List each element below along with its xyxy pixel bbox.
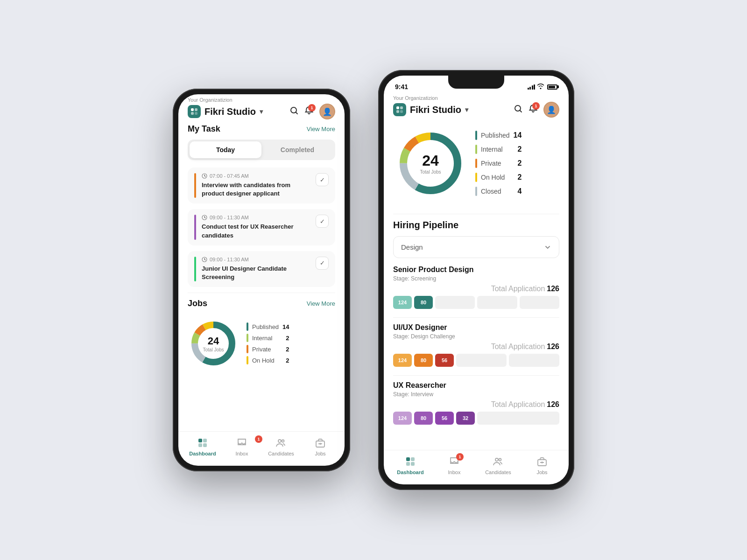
legend-dot-onhold	[247, 356, 248, 364]
stage-empty-3-1	[477, 412, 559, 425]
nav-inbox-label: Inbox	[236, 451, 248, 456]
battery-icon	[547, 84, 557, 90]
right-nav-inbox[interactable]: 1 Inbox	[432, 455, 476, 475]
svg-rect-25	[396, 110, 399, 113]
svg-rect-14	[198, 439, 202, 442]
notch	[448, 76, 504, 89]
task-title-3: Junior UI Designer Candidate Screeening	[202, 265, 310, 281]
inbox-icon: 1	[234, 436, 249, 449]
svg-point-38	[495, 458, 498, 461]
nav-dashboard[interactable]: Dashboard	[183, 436, 222, 456]
stage-chip-1-2: 80	[414, 296, 433, 309]
right-header-actions: 1 👤	[514, 102, 559, 118]
right-phone: 9:41	[378, 70, 574, 490]
legend-internal: Internal 2	[247, 334, 289, 342]
svg-rect-35	[411, 457, 415, 461]
chevron-down-icon: ▾	[260, 108, 263, 115]
right-screen: 9:41	[384, 76, 569, 484]
nav-candidates-label: Candidates	[268, 451, 294, 456]
tab-today[interactable]: Today	[190, 141, 261, 158]
right-nav-inbox-label: Inbox	[448, 469, 461, 475]
task-check-2[interactable]: ✓	[316, 215, 329, 228]
right-dashboard-icon	[403, 455, 418, 468]
svg-rect-16	[198, 443, 202, 447]
pipeline-stages-1: 124 80	[393, 296, 559, 309]
right-search-button[interactable]	[514, 104, 523, 116]
right-scroll-content: 24 Total Jobs Published 14 Internal 2	[384, 122, 569, 450]
dashboard-icon	[195, 436, 210, 449]
svg-point-19	[282, 440, 284, 442]
candidates-icon	[274, 436, 289, 449]
left-scroll-content: My Task View More Today Completed 07:00 …	[178, 124, 345, 431]
tab-completed[interactable]: Completed	[261, 141, 333, 158]
svg-rect-34	[406, 457, 410, 461]
jobs-title: Jobs	[188, 299, 207, 308]
right-chevron-icon: ▾	[465, 106, 468, 113]
right-brand-name: Fikri Studio ▾	[393, 103, 468, 116]
status-time: 9:41	[395, 83, 408, 91]
stage-chip-3-2: 80	[414, 412, 433, 425]
search-button[interactable]	[289, 106, 299, 118]
svg-point-39	[499, 459, 501, 461]
nav-jobs[interactable]: Jobs	[301, 436, 340, 456]
brand-row: Fikri Studio ▾	[188, 104, 335, 119]
task-check-3[interactable]: ✓	[316, 257, 329, 270]
nav-candidates[interactable]: Candidates	[261, 436, 301, 456]
nav-inbox[interactable]: 1 Inbox	[222, 436, 261, 456]
right-candidates-icon	[491, 455, 506, 468]
jobs-donut: 24 Total Jobs	[188, 318, 239, 369]
right-notification-button[interactable]: 1	[529, 104, 538, 116]
right-nav-candidates[interactable]: Candidates	[476, 455, 520, 475]
pipeline-job-1: Senior Product Design Stage: Screening T…	[393, 266, 559, 309]
svg-rect-37	[411, 462, 415, 466]
divider-right-1	[393, 214, 559, 214]
stage-chip-2-3: 56	[435, 354, 454, 367]
right-inbox-badge: 1	[456, 453, 464, 461]
notification-button[interactable]: 1	[304, 106, 314, 118]
stat-bar-published	[475, 131, 477, 140]
nav-jobs-label: Jobs	[315, 451, 325, 456]
brand-logo	[188, 105, 201, 118]
task-card-2: 09:00 - 11:30 AM Conduct test for UX Rea…	[188, 209, 335, 245]
task-time-2: 09:00 - 11:30 AM	[202, 215, 310, 220]
right-org-label: Your Organizatizion	[393, 95, 559, 101]
legend-dot-internal	[247, 334, 248, 342]
left-bottom-nav: Dashboard 1 Inbox	[178, 431, 345, 466]
right-nav-jobs-label: Jobs	[536, 469, 547, 475]
signal-bars	[528, 84, 536, 90]
right-donut-center: 24 Total Jobs	[420, 152, 441, 175]
task-content-3: 09:00 - 11:30 AM Junior UI Designer Cand…	[202, 257, 310, 281]
pipeline-job-2: UI/UX Designer Stage: Design Challenge T…	[393, 323, 559, 367]
svg-rect-36	[406, 462, 410, 466]
pipeline-dropdown[interactable]: Design	[393, 236, 559, 258]
divider-1	[188, 293, 335, 293]
task-accent-2	[194, 215, 196, 239]
jobs-view-more[interactable]: View More	[307, 300, 335, 307]
org-label: Your Organizatizion	[188, 97, 335, 103]
stage-chip-3-4: 32	[456, 412, 475, 425]
donut-center: 24 Total Jobs	[203, 335, 224, 352]
task-check-1[interactable]: ✓	[316, 173, 329, 186]
right-nav-jobs[interactable]: Jobs	[520, 455, 564, 475]
stat-private: Private 2	[475, 159, 521, 168]
stat-bar-closed	[475, 187, 477, 196]
stat-bar-private	[475, 159, 477, 168]
left-phone: Your Organizatizion Fikri Studio ▾	[173, 89, 350, 471]
svg-rect-2	[191, 112, 194, 115]
right-jobs-icon	[535, 455, 550, 468]
task-tabs: Today Completed	[188, 140, 335, 160]
pipeline-title: Hiring Pipeline	[393, 220, 559, 231]
my-task-view-more[interactable]: View More	[307, 126, 335, 133]
stage-empty-2-2	[509, 354, 559, 367]
my-task-title: My Task	[188, 124, 220, 134]
svg-rect-17	[203, 443, 207, 447]
right-notification-badge: 1	[532, 102, 540, 110]
stat-internal: Internal 2	[475, 145, 521, 154]
right-nav-dashboard[interactable]: Dashboard	[388, 455, 432, 475]
stage-empty-1-1	[435, 296, 475, 309]
right-header: Your Organizatizion Fikri Studio ▾	[384, 92, 569, 122]
right-nav-dashboard-label: Dashboard	[397, 469, 423, 475]
header-actions: 1 👤	[289, 104, 335, 119]
svg-point-18	[278, 440, 281, 442]
stat-bar-onhold	[475, 173, 477, 182]
